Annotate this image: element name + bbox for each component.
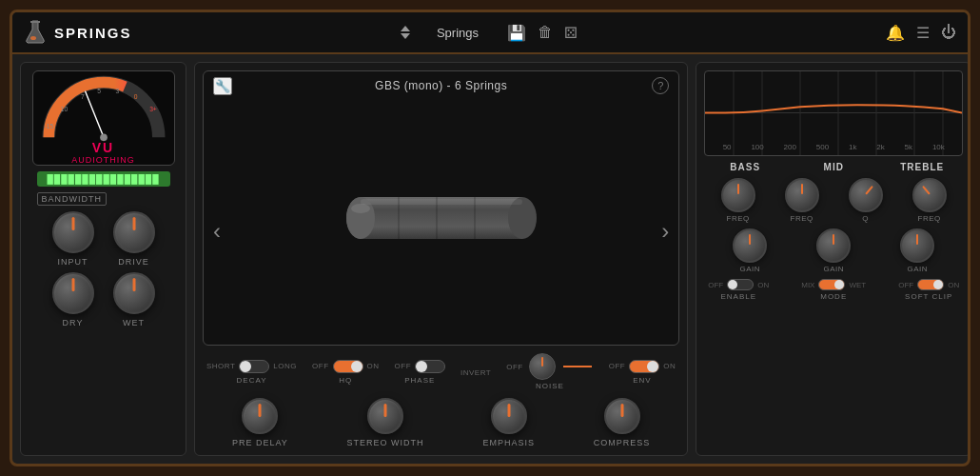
- controls-row: SHORT LONG DECAY OFF O: [203, 353, 679, 390]
- preset-down-arrow[interactable]: [401, 33, 410, 39]
- pre-delay-knob[interactable]: [242, 398, 278, 434]
- env-off-label: OFF: [609, 362, 626, 370]
- vu-meter: -15 10 7 5 3 0 3+ VU AUDIOTHING: [32, 70, 175, 166]
- input-label: INPUT: [58, 257, 88, 267]
- stereo-width-knob[interactable]: [367, 398, 403, 434]
- decay-toggle[interactable]: [239, 360, 269, 373]
- compress-knob[interactable]: [604, 398, 640, 434]
- help-button[interactable]: ?: [652, 77, 669, 94]
- spring-display: 🔧 GBS (mono) - 6 Springs ? ‹: [203, 70, 679, 346]
- mid-gain-group: GAIN: [816, 228, 851, 273]
- spring-prev-button[interactable]: ‹: [213, 218, 221, 245]
- noise-knob[interactable]: [529, 353, 556, 380]
- noise-group: OFF NOISE: [506, 353, 594, 390]
- eq-freq-labels: 50 100 200 500 1k 2k 5k 10k: [705, 143, 962, 151]
- vu-arc-svg: -15 10 7 5 3 0 3+: [32, 71, 175, 145]
- env-toggle[interactable]: [629, 360, 659, 373]
- invert-label: INVERT: [461, 368, 491, 377]
- drive-knob-group: DRIVE: [113, 211, 155, 267]
- menu-button[interactable]: ☰: [916, 24, 930, 42]
- bottom-knobs-row: PRE DELAY STEREO WIDTH EMPHASIS COMPRESS: [203, 398, 679, 447]
- hq-label: HQ: [339, 376, 352, 385]
- preset-up-arrow[interactable]: [401, 26, 410, 31]
- svg-point-15: [351, 204, 370, 213]
- top-bar: SPRINGS Springs 💾 🗑 ⚄ 🔔 ☰ ⏻: [12, 12, 968, 54]
- soft-clip-toggle[interactable]: [917, 279, 944, 290]
- svg-text:3+: 3+: [149, 106, 157, 112]
- noise-off-label: OFF: [506, 363, 523, 371]
- pre-delay-group: PRE DELAY: [232, 398, 288, 447]
- drive-knob[interactable]: [113, 211, 155, 253]
- hq-toggle[interactable]: [333, 360, 363, 373]
- hq-toggle-row: OFF ON: [312, 360, 380, 373]
- bass-gain-knob[interactable]: [733, 228, 767, 263]
- compress-group: COMPRESS: [594, 398, 651, 447]
- dry-knob[interactable]: [52, 272, 94, 314]
- phase-toggle-row: OFF: [395, 360, 446, 373]
- mid-freq-label: FREQ: [791, 214, 813, 223]
- drive-label: DRIVE: [118, 257, 149, 267]
- soft-clip-on-lbl: ON: [948, 281, 959, 289]
- svg-text:-15: -15: [44, 123, 53, 129]
- enable-off-lbl: OFF: [708, 281, 723, 289]
- bottom-toggles: OFF ON ENABLE MIX WET: [704, 279, 963, 301]
- dry-wet-row: DRY WET: [29, 272, 178, 327]
- input-knob[interactable]: [52, 211, 94, 253]
- mode-toggle[interactable]: [818, 279, 845, 290]
- freq-1k: 1k: [849, 143, 856, 151]
- dry-knob-group: DRY: [52, 272, 94, 327]
- enable-toggle[interactable]: [727, 279, 754, 290]
- emphasis-group: EMPHASIS: [482, 398, 535, 447]
- soft-clip-group: OFF ON SOFT CLIP: [898, 279, 959, 301]
- preset-name: Springs: [420, 26, 496, 40]
- wet-knob[interactable]: [113, 272, 155, 314]
- flask-icon: [24, 19, 47, 46]
- notification-button[interactable]: 🔔: [886, 24, 905, 42]
- mid-freq-knob[interactable]: [785, 178, 819, 212]
- env-on-label: ON: [663, 362, 676, 370]
- enable-group: OFF ON ENABLE: [708, 279, 769, 301]
- power-button[interactable]: ⏻: [941, 24, 956, 41]
- treble-freq-knob[interactable]: [912, 178, 947, 212]
- left-panel: -15 10 7 5 3 0 3+ VU AUDIOTHING ████████…: [20, 62, 186, 456]
- preset-arrows[interactable]: [401, 26, 410, 39]
- input-knob-group: INPUT: [52, 211, 94, 267]
- bandwidth-text: ████████████████: [47, 174, 159, 184]
- main-content: -15 10 7 5 3 0 3+ VU AUDIOTHING ████████…: [12, 54, 968, 464]
- treble-freq-label: FREQ: [918, 214, 941, 223]
- save-button[interactable]: 💾: [505, 22, 528, 44]
- enable-toggle-row: OFF ON: [708, 279, 769, 290]
- svg-text:7: 7: [80, 93, 84, 100]
- stereo-width-group: STEREO WIDTH: [347, 398, 424, 447]
- stereo-width-label: STEREO WIDTH: [347, 438, 424, 447]
- random-button[interactable]: ⚄: [562, 22, 579, 44]
- bass-gain-group: GAIN: [733, 228, 767, 273]
- mid-gain-knob[interactable]: [816, 228, 851, 263]
- mid-q-group: Q: [849, 178, 883, 223]
- decay-label: DECAY: [237, 376, 267, 385]
- env-group: OFF ON ENV: [609, 360, 676, 385]
- treble-freq-group: FREQ: [912, 178, 947, 223]
- emphasis-knob[interactable]: [491, 398, 527, 434]
- svg-point-1: [30, 36, 36, 40]
- mode-group: MIX WET MODE: [801, 279, 866, 301]
- treble-gain-knob[interactable]: [900, 228, 934, 263]
- wrench-button[interactable]: 🔧: [213, 77, 232, 95]
- mode-mix-lbl: MIX: [801, 281, 814, 289]
- bandwidth-label: BANDWIDTH: [37, 192, 108, 206]
- freq-5k: 5k: [905, 143, 912, 151]
- spring-next-button[interactable]: ›: [661, 218, 669, 245]
- bass-freq-knob[interactable]: [721, 178, 755, 212]
- delete-button[interactable]: 🗑: [536, 22, 555, 43]
- bandwidth-label-area: BANDWIDTH: [37, 192, 170, 206]
- freq-100: 100: [751, 143, 763, 151]
- dry-label: DRY: [63, 318, 84, 327]
- freq-500: 500: [816, 143, 829, 151]
- mid-q-knob[interactable]: [849, 178, 883, 212]
- phase-off-label: OFF: [395, 362, 412, 370]
- phase-toggle[interactable]: [415, 360, 445, 373]
- decay-short-label: SHORT: [206, 362, 235, 370]
- bass-freq-group: FREQ: [721, 178, 755, 223]
- treble-gain-group: GAIN: [900, 228, 934, 273]
- freq-50: 50: [723, 143, 732, 151]
